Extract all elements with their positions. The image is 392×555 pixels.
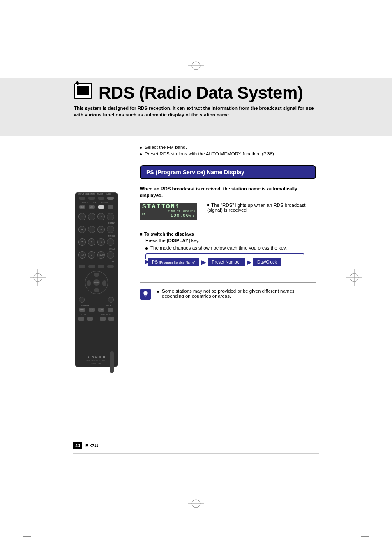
registration-mark-right [346, 269, 362, 286]
header-band: RDS (Radio Data System) This system is d… [0, 78, 392, 136]
lcd-display: STATION1 TUNED ST. AUTO RDS FM 100.00MHz [140, 203, 197, 220]
footer-model: R-K711 [85, 444, 98, 448]
footer-rule [73, 453, 319, 454]
lcd-main-text: STATION1 [142, 204, 195, 210]
arrow-right-icon: ▶ [245, 258, 253, 266]
arrow-right-icon: ▶ [199, 258, 208, 266]
mode-change-line: The mode changes as shown below each tim… [145, 245, 316, 250]
prep-bullets: Select the FM band. Preset RDS stations … [140, 145, 316, 156]
section-heading: PS (Program Service) Name Display [140, 165, 316, 179]
remote-icon [74, 83, 92, 99]
page-title: RDS (Radio Data System) [99, 83, 322, 103]
tip-text: Some stations may not be provided or be … [157, 289, 316, 298]
remote-illustration: INPUT SELECTORTIMERSLEEP D.AUDIOUSBDISPL… [75, 192, 118, 367]
flow-step-ps: PS (Program Service Name) [148, 258, 199, 266]
prep-bullet: Preset RDS stations with the AUTO MEMORY… [140, 151, 316, 156]
power-icon [107, 197, 114, 200]
flow-step-preset: Preset Number [208, 258, 245, 266]
prep-bullet: Select the FM band. [140, 145, 316, 150]
intro-text: This system is designed for RDS receptio… [74, 105, 322, 118]
dpad: ENTER [85, 271, 108, 294]
page-footer: 40 R-K711 [73, 442, 98, 449]
registration-mark-top [188, 58, 204, 74]
tip-bulb-icon [140, 289, 151, 300]
volume-slider-icon [110, 351, 114, 373]
rds-note: The "RDS" lights up when an RDS broadcas… [207, 203, 316, 213]
display-button-highlight [98, 205, 104, 209]
lcd-frequency: FM 100.00MHz [142, 213, 195, 218]
display-mode-flow: PS (Program Service Name) ▶ Preset Numbe… [145, 258, 316, 266]
page-number: 40 [73, 442, 82, 449]
subheading: When an RDS broadcast is received, the s… [140, 186, 316, 199]
registration-mark-left [30, 269, 46, 286]
lcd-indicators: TUNED ST. AUTO RDS [142, 210, 195, 213]
switch-displays-heading: To switch the displays [140, 231, 316, 236]
press-display-line: Press the [DISPLAY] key. [145, 238, 316, 243]
flow-step-dayclock: Day/Clock [253, 258, 281, 266]
registration-mark-bottom [188, 495, 204, 512]
